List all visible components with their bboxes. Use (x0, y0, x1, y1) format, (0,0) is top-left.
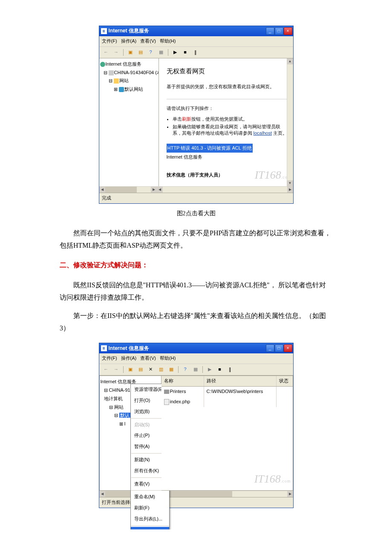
up-icon[interactable]: ▣ (126, 48, 135, 57)
figure-caption: 图2点击看大图 (60, 208, 332, 219)
iis-window-fig3: II Internet 信息服务 _ □ × 文件(F) 操作(A) 查看(V)… (99, 343, 294, 508)
printer-icon (164, 390, 169, 394)
bullet-1: 单击刷新按钮，使用其他凭据重试。 (173, 116, 289, 122)
titlebar[interactable]: II Internet 信息服务 _ □ × (99, 26, 293, 36)
window-title: Internet 信息服务 (109, 344, 266, 353)
properties-icon[interactable]: ▤ (136, 365, 145, 374)
forward-icon[interactable]: → (112, 365, 121, 374)
back-icon[interactable]: ← (102, 365, 110, 374)
col-path[interactable]: 路径 (204, 376, 277, 386)
close-button[interactable]: × (284, 27, 292, 35)
paragraph-2: 既然IIS反馈回的信息是"HTTP错误401.3——访问被资源ACL拒绝"， 所… (60, 279, 332, 304)
menu-action[interactable]: 操作(A) (121, 356, 137, 361)
config-icon[interactable]: ▥ (157, 365, 165, 374)
ctx-rename[interactable]: 重命名(M) (131, 491, 169, 503)
menu-view[interactable]: 查看(V) (140, 356, 156, 361)
tree-panel[interactable]: Internet 信息服务 ⊟ CHINA-914340F04 (本地计算机 ⊟… (99, 376, 161, 491)
list-header[interactable]: 名称 路径 状态 (161, 376, 293, 387)
titlebar[interactable]: II Internet 信息服务 _ □ × (99, 343, 293, 353)
toolbar: ← → ▣ ▤ ? ▦ ▶ ■ ‖ (99, 47, 293, 58)
ctx-export[interactable]: 导出列表(L)... (131, 514, 169, 525)
tree-panel[interactable]: Internet 信息服务 ⊟ CHINA-914340F04 (本地计算机 ⊟… (99, 58, 159, 186)
properties-icon[interactable]: ▤ (136, 48, 145, 57)
ctx-refresh[interactable]: 刷新(F) (131, 503, 169, 514)
folder-icon (114, 78, 119, 84)
status-bar: 完成 (99, 193, 293, 203)
try-label: 请尝试执行下列操作： (167, 104, 289, 113)
error-line: HTTP 错误 401.3 - 访问被资源 ACL 拒绝 (167, 144, 253, 153)
list-row[interactable]: index.php (161, 397, 293, 407)
hscroll-left-icon[interactable]: ◀ (157, 187, 163, 193)
paragraph-1: 然而在同一个站点的其他页面文件，只要不是PHP语言建立的都可以正常浏览和查看，包… (60, 227, 332, 252)
vertical-scrollbar[interactable]: ▲ ▼ (287, 58, 293, 186)
cursor-icon: ↖ (166, 528, 171, 529)
bullet-2: 如果确信能够查看此目录或网页，请与网站管理员联系，其电子邮件地址或电话号码请参阅… (173, 124, 289, 137)
menu-action[interactable]: 操作(A) (121, 38, 137, 43)
hscroll-right-icon[interactable]: ▶ (287, 187, 293, 193)
computer-icon (109, 70, 114, 75)
globe-icon (100, 62, 105, 67)
pause-icon[interactable]: ‖ (191, 48, 200, 57)
toolbar: ← → ▣ ▤ ✕ ▥ ▦ ? ▦ ▶ ■ ‖ (99, 364, 293, 376)
menu-help[interactable]: 帮助(H) (160, 356, 176, 361)
col-name[interactable]: 名称 (161, 376, 204, 386)
close-button[interactable]: × (284, 344, 292, 352)
list-panel[interactable]: 名称 路径 状态 Printers C:\WINDOWS\web\printer… (161, 376, 293, 491)
page-heading: 无权查看网页 (167, 65, 289, 77)
menu-view[interactable]: 查看(V) (140, 38, 156, 43)
scroll-down-icon[interactable]: ▼ (287, 180, 293, 186)
localhost-link[interactable]: localhost (254, 130, 272, 136)
maximize-button[interactable]: □ (275, 344, 283, 352)
file-icon (164, 399, 169, 405)
menu-file[interactable]: 文件(F) (102, 38, 117, 43)
refresh-red: 刷新 (182, 116, 191, 121)
app-icon: II (101, 28, 107, 34)
list-row[interactable]: Printers C:\WINDOWS\web\printers (161, 387, 293, 397)
menubar[interactable]: 文件(F) 操作(A) 查看(V) 帮助(H) (99, 36, 293, 47)
export-icon[interactable]: ▦ (157, 48, 165, 57)
ctx-properties[interactable]: 属性(R)↖ (131, 527, 169, 529)
minimize-button[interactable]: _ (266, 27, 274, 35)
play-icon[interactable]: ▶ (205, 365, 214, 374)
watermark: IT168.com (255, 165, 291, 185)
content-panel: 无权查看网页 基于所提供的凭据，您没有权限查看此目录或网页。 请尝试执行下列操作… (159, 58, 293, 186)
menu-help[interactable]: 帮助(H) (160, 38, 176, 43)
window-title: Internet 信息服务 (109, 26, 266, 36)
page-hint: 基于所提供的凭据，您没有权限查看此目录或网页。 (167, 83, 289, 91)
forward-icon[interactable]: → (112, 48, 121, 57)
stop-icon[interactable]: ■ (216, 365, 224, 374)
site-icon (119, 87, 124, 92)
hscroll-right-icon[interactable]: ▶ (151, 187, 157, 193)
paragraph-3: 第一步：在IIS中的默认网站上右键选择"属性"来查看该站点的相关属性信息。（如图… (60, 310, 332, 335)
list-icon[interactable]: ▦ (167, 365, 176, 374)
export-icon[interactable]: ▦ (191, 365, 200, 374)
hscroll-right-icon[interactable]: ▶ (287, 491, 293, 497)
minimize-button[interactable]: _ (266, 344, 274, 352)
watermark: IT168.com (254, 469, 291, 489)
section-heading: 二、修改验证方式解决问题： (60, 259, 332, 272)
maximize-button[interactable]: □ (275, 27, 283, 35)
app-icon: II (101, 345, 107, 351)
default-site-selected[interactable]: 默认 (119, 413, 130, 418)
help-icon[interactable]: ? (181, 365, 190, 374)
iis-window-fig2: II Internet 信息服务 _ □ × 文件(F) 操作(A) 查看(V)… (99, 26, 294, 204)
back-icon[interactable]: ← (102, 48, 110, 57)
menu-file[interactable]: 文件(F) (102, 356, 117, 361)
play-icon[interactable]: ▶ (171, 48, 179, 57)
scroll-up-icon[interactable]: ▲ (287, 58, 293, 64)
status-bar: 打开当前选择的属性页 (99, 497, 293, 508)
hscroll-left-icon[interactable]: ◀ (99, 491, 105, 497)
error-sub: Internet 信息服务 (167, 153, 289, 162)
pause-icon[interactable]: ‖ (226, 365, 234, 374)
delete-icon[interactable]: ✕ (147, 365, 155, 374)
refresh-icon[interactable]: ? (147, 48, 155, 57)
up-icon[interactable]: ▣ (126, 365, 135, 374)
col-status[interactable]: 状态 (277, 376, 293, 386)
stop-icon[interactable]: ■ (181, 48, 190, 57)
menubar[interactable]: 文件(F) 操作(A) 查看(V) 帮助(H) (99, 353, 293, 364)
hscroll-left-icon[interactable]: ◀ (99, 187, 105, 193)
